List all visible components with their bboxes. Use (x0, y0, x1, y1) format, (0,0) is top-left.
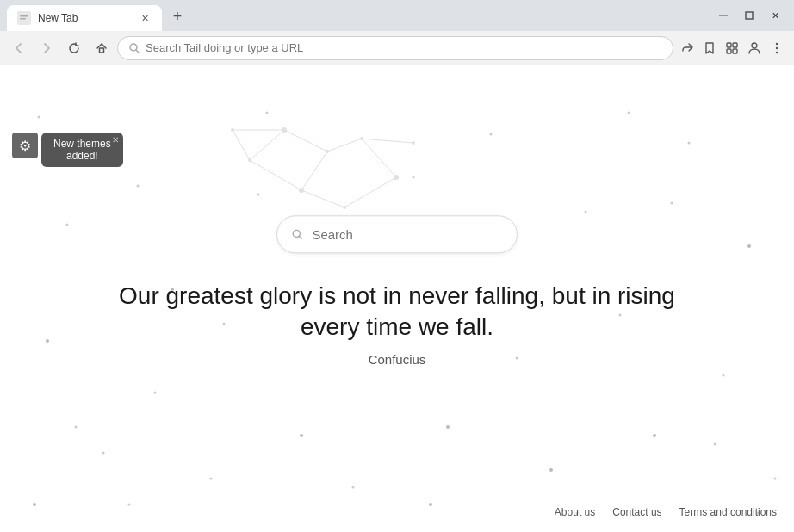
tooltip-close-button[interactable]: ✕ (112, 135, 119, 145)
svg-line-64 (250, 160, 301, 190)
svg-point-16 (38, 116, 40, 119)
contact-us-link[interactable]: Contact us (612, 506, 661, 518)
menu-icon[interactable] (766, 38, 787, 59)
svg-point-28 (413, 176, 415, 179)
svg-point-27 (352, 486, 355, 489)
svg-point-50 (671, 202, 673, 205)
terms-link[interactable]: Terms and conditions (679, 506, 777, 518)
address-input[interactable] (146, 41, 662, 54)
svg-point-29 (446, 425, 450, 429)
svg-line-65 (362, 139, 396, 177)
svg-point-44 (266, 112, 269, 114)
svg-point-12 (752, 43, 757, 48)
svg-rect-1 (20, 15, 28, 17)
svg-point-15 (776, 51, 778, 53)
gear-icon[interactable]: ⚙ (12, 133, 38, 158)
svg-rect-8 (727, 43, 731, 47)
svg-point-51 (282, 127, 287, 133)
svg-rect-3 (719, 15, 728, 16)
chrome-window: New Tab ✕ + ✕ (0, 0, 794, 532)
title-bar: New Tab ✕ + ✕ (0, 0, 794, 31)
search-icon-addr (128, 42, 140, 54)
svg-point-48 (714, 443, 716, 446)
new-themes-tooltip: ⚙ ✕ New themes added! (12, 133, 123, 167)
search-bar[interactable] (276, 215, 518, 253)
svg-point-58 (231, 128, 234, 132)
svg-point-38 (747, 244, 751, 248)
footer: About us Contact us Terms and conditions (555, 506, 777, 518)
svg-line-72 (299, 237, 301, 239)
forward-button[interactable] (34, 36, 59, 60)
bookmark-icon[interactable] (699, 38, 720, 59)
svg-point-19 (102, 452, 105, 455)
tab-close-button[interactable]: ✕ (138, 11, 152, 25)
minimize-button[interactable] (711, 3, 735, 28)
quote-text: Our greatest glory is not in never falli… (104, 281, 690, 343)
svg-point-57 (343, 206, 346, 209)
tab-title: New Tab (38, 12, 131, 24)
svg-point-47 (75, 426, 78, 429)
svg-point-13 (776, 42, 778, 44)
svg-point-52 (326, 150, 329, 153)
tab-favicon (17, 11, 31, 25)
active-tab[interactable]: New Tab ✕ (7, 5, 162, 31)
svg-point-14 (776, 46, 778, 48)
svg-point-39 (774, 478, 777, 480)
svg-point-32 (549, 468, 553, 472)
svg-point-21 (137, 185, 140, 188)
svg-rect-10 (727, 49, 731, 53)
svg-point-18 (46, 339, 49, 343)
svg-rect-9 (733, 43, 737, 47)
svg-rect-5 (100, 48, 104, 53)
svg-point-40 (128, 504, 131, 506)
search-input[interactable] (312, 227, 503, 242)
home-button[interactable] (90, 36, 114, 60)
main-content: Our greatest glory is not in never falli… (104, 215, 690, 367)
svg-point-41 (429, 503, 432, 506)
svg-point-26 (300, 434, 303, 437)
svg-point-35 (653, 434, 656, 437)
svg-point-59 (412, 141, 415, 145)
svg-point-53 (248, 158, 251, 162)
profile-icon[interactable] (744, 38, 765, 59)
svg-point-24 (210, 478, 213, 480)
svg-point-30 (490, 133, 493, 136)
svg-line-63 (327, 139, 362, 152)
svg-point-54 (299, 188, 304, 193)
refresh-button[interactable] (62, 36, 86, 60)
svg-point-56 (394, 175, 399, 180)
svg-point-6 (130, 44, 137, 51)
tooltip-text-line2: added! (53, 150, 111, 162)
quote-author: Confucius (104, 352, 690, 367)
svg-point-55 (360, 137, 363, 140)
svg-point-36 (688, 142, 691, 145)
svg-line-66 (344, 177, 396, 207)
svg-point-25 (257, 194, 260, 196)
svg-point-20 (33, 503, 36, 506)
share-icon[interactable] (677, 38, 698, 59)
svg-point-45 (628, 112, 630, 114)
new-tab-button[interactable]: + (165, 4, 189, 28)
tooltip-box: ✕ New themes added! (41, 133, 123, 167)
restore-button[interactable] (737, 3, 761, 28)
svg-line-60 (284, 130, 327, 152)
nav-bar (0, 31, 794, 65)
svg-line-61 (250, 130, 284, 160)
svg-point-33 (585, 211, 587, 213)
svg-line-62 (301, 152, 327, 190)
svg-line-69 (362, 139, 413, 143)
window-controls: ✕ (711, 3, 787, 28)
address-bar[interactable] (117, 36, 673, 60)
close-button[interactable]: ✕ (763, 3, 787, 28)
about-us-link[interactable]: About us (555, 506, 595, 518)
address-icons (677, 38, 787, 59)
extensions-icon[interactable] (722, 38, 742, 59)
svg-line-67 (301, 190, 344, 207)
svg-point-23 (154, 392, 157, 394)
svg-point-37 (723, 374, 725, 377)
page-content: ⚙ ✕ New themes added! Our greatest glory… (0, 65, 794, 532)
svg-rect-11 (733, 49, 737, 53)
back-button[interactable] (7, 36, 31, 60)
tooltip-text-line1: New themes (53, 138, 111, 150)
svg-rect-4 (746, 12, 753, 19)
